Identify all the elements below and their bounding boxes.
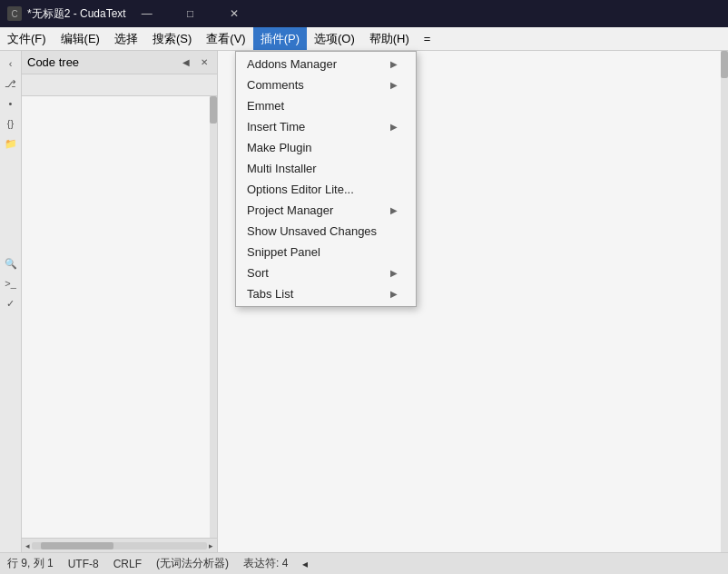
left-sidebar: ‹⎇•{}📁🔍>_✓	[0, 51, 22, 552]
submenu-arrow-icon: ▶	[390, 122, 398, 132]
scroll-h-track[interactable]	[32, 542, 207, 549]
close-button[interactable]: ✕	[213, 0, 255, 27]
menu-item-o[interactable]: 选项(O)	[307, 27, 362, 50]
tree-scrollbar-thumb	[210, 96, 217, 124]
plugin-item-label: Options Editor Lite...	[247, 183, 354, 196]
plugin-item-label: Snippet Panel	[247, 245, 320, 259]
chevron-left-icon[interactable]: ‹	[2, 54, 20, 73]
submenu-arrow-icon: ▶	[390, 268, 398, 278]
plugin-item-label: Show Unsaved Changes	[247, 224, 377, 238]
status-lexer: (无词法分析器)	[156, 556, 229, 571]
menu-bar: 文件(F)编辑(E)选择搜索(S)查看(V)插件(P)选项(O)帮助(H)=	[0, 27, 728, 51]
submenu-arrow-icon: ▶	[390, 205, 398, 215]
plugin-item-label: Tabs List	[247, 287, 293, 301]
code-tree-collapse[interactable]: ◀	[179, 55, 193, 70]
status-tab-size: 表达符: 4	[243, 556, 288, 571]
spacer4-icon	[2, 214, 20, 233]
terminal-icon[interactable]: >_	[2, 274, 20, 292]
plugin-item-label: Addons Manager	[247, 57, 337, 71]
menu-item-e[interactable]: 编辑(E)	[54, 27, 107, 50]
plugin-item-label: Emmet	[247, 99, 284, 113]
editor-scrollbar-thumb	[721, 51, 728, 78]
tree-scrollbar-v[interactable]	[210, 96, 217, 538]
plugin-item-label: Project Manager	[247, 203, 333, 217]
plugin-item-label: Comments	[247, 78, 304, 92]
spacer3-icon	[2, 194, 20, 213]
editor-scrollbar-v[interactable]	[721, 51, 728, 552]
status-bar: 行 9, 列 1 UTF-8 CRLF (无词法分析器) 表达符: 4 ◂	[0, 552, 728, 574]
bracket-icon[interactable]: {}	[2, 114, 20, 133]
plugins-dropdown: Addons Manager▶Comments▶EmmetInsert Time…	[235, 51, 417, 307]
plugin-item-makeplugin[interactable]: Make Plugin	[236, 137, 416, 158]
plugin-item-emmet[interactable]: Emmet	[236, 95, 416, 116]
status-encoding: UTF-8	[68, 558, 99, 570]
scroll-left-arrow[interactable]: ◂	[24, 541, 32, 550]
code-tree-scrollbar-h[interactable]: ◂ ▸	[22, 538, 217, 552]
window-controls: — □ ✕	[126, 0, 255, 27]
menu-item-h[interactable]: 帮助(H)	[362, 27, 417, 50]
plugin-item-label: Make Plugin	[247, 141, 312, 154]
menu-item-[interactable]: =	[417, 27, 438, 50]
plugin-item-label: Insert Time	[247, 120, 305, 134]
git-icon[interactable]: ⎇	[2, 74, 20, 93]
menu-item-p[interactable]: 插件(P)	[253, 27, 307, 50]
plugin-item-label: Sort	[247, 266, 269, 280]
spacer2-icon	[2, 174, 20, 193]
spacer5-icon	[2, 234, 20, 252]
check-icon[interactable]: ✓	[2, 294, 20, 312]
status-line-ending: CRLF	[113, 558, 142, 570]
plugin-item-addonsmanager[interactable]: Addons Manager▶	[236, 54, 416, 74]
window-title: *无标题2 - CudaText	[27, 6, 126, 22]
status-position: 行 9, 列 1	[7, 556, 54, 571]
menu-item-[interactable]: 选择	[107, 27, 145, 50]
menu-item-v[interactable]: 查看(V)	[199, 27, 252, 50]
plugin-item-sort[interactable]: Sort▶	[236, 262, 416, 283]
submenu-arrow-icon: ▶	[390, 59, 398, 69]
status-extra: ◂	[302, 558, 308, 570]
folder-icon[interactable]: 📁	[2, 134, 20, 153]
plugin-item-tabslist[interactable]: Tabs List▶	[236, 283, 416, 304]
scroll-h-thumb	[41, 542, 113, 549]
maximize-button[interactable]: □	[170, 0, 212, 27]
code-tree-panel: Code tree ◀ ✕ ◂ ▸	[22, 51, 218, 552]
title-bar: C *无标题2 - CudaText — □ ✕	[0, 0, 728, 27]
scroll-right-arrow[interactable]: ▸	[207, 541, 215, 550]
plugin-item-optionseditorlite[interactable]: Options Editor Lite...	[236, 179, 416, 200]
plugin-item-label: Multi Installer	[247, 162, 317, 175]
code-tree-toolbar	[22, 74, 217, 96]
plugin-item-showunsavedchanges[interactable]: Show Unsaved Changes	[236, 221, 416, 242]
menu-item-f[interactable]: 文件(F)	[0, 27, 54, 50]
code-tree-title: Code tree	[27, 55, 79, 69]
code-tree-body	[22, 96, 217, 538]
code-tree-header: Code tree ◀ ✕	[22, 51, 217, 74]
code-tree-close[interactable]: ✕	[197, 55, 212, 70]
plugin-item-snippetpanel[interactable]: Snippet Panel	[236, 242, 416, 262]
app-icon: C	[7, 6, 22, 21]
minimize-button[interactable]: —	[126, 0, 168, 27]
plugin-item-comments[interactable]: Comments▶	[236, 74, 416, 95]
plugin-item-inserttime[interactable]: Insert Time▶	[236, 116, 416, 137]
plugin-item-multiinstaller[interactable]: Multi Installer	[236, 158, 416, 179]
submenu-arrow-icon: ▶	[390, 80, 398, 90]
search-icon[interactable]: 🔍	[2, 254, 20, 272]
code-tree-controls: ◀ ✕	[179, 55, 212, 70]
plugin-item-projectmanager[interactable]: Project Manager▶	[236, 200, 416, 221]
menu-item-s[interactable]: 搜索(S)	[145, 27, 199, 50]
spacer-icon	[2, 154, 20, 173]
submenu-arrow-icon: ▶	[390, 289, 398, 299]
dot-icon[interactable]: •	[2, 94, 20, 113]
